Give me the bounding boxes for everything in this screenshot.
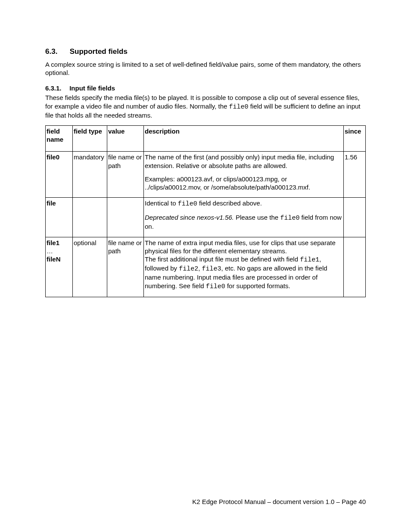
code-file0: file0	[206, 283, 225, 290]
cell-since	[344, 237, 366, 297]
th-since: since	[344, 125, 366, 151]
code-file0: file0	[178, 200, 197, 208]
subsection-number: 6.3.1.	[45, 84, 68, 92]
subsection-title: Input file fields	[69, 84, 115, 92]
th-type: field type	[73, 125, 107, 151]
table-row: file1 … fileN optional file name or path…	[46, 237, 366, 297]
table-row: file Identical to file0 field described …	[46, 198, 366, 237]
cell-desc: Identical to file0 field described above…	[144, 198, 344, 237]
cell-value: file name or path	[107, 237, 144, 297]
cell-field: file1 … fileN	[46, 237, 73, 297]
cell-type: mandatory	[73, 152, 107, 198]
subsection-heading: 6.3.1. Input file fields	[45, 84, 366, 92]
cell-desc: The name of extra input media files, use…	[144, 237, 344, 297]
code-file1: file1	[300, 256, 319, 264]
th-value: value	[107, 125, 144, 151]
document-page: 6.3. Supported fields A complex source s…	[0, 0, 411, 532]
page-footer: K2 Edge Protocol Manual – document versi…	[192, 498, 366, 505]
cell-value: file name or path	[107, 152, 144, 198]
code-file2: file2	[179, 265, 198, 273]
subsection-intro: These fields specify the media file(s) t…	[45, 93, 366, 119]
th-field: field name	[46, 125, 73, 151]
table-row: file0 mandatory file name or path The na…	[46, 152, 366, 198]
section-heading: 6.3. Supported fields	[45, 47, 366, 56]
th-desc: description	[144, 125, 344, 151]
cell-since	[344, 198, 366, 237]
table-header-row: field name field type value description …	[46, 125, 366, 151]
cell-field: file	[46, 198, 73, 237]
cell-since: 1.56	[344, 152, 366, 198]
cell-type: optional	[73, 237, 107, 297]
code-file0: file0	[280, 215, 299, 222]
section-title: Supported fields	[70, 47, 128, 56]
section-intro: A complex source string is limited to a …	[45, 60, 366, 77]
cell-field: file0	[46, 152, 73, 198]
code-file3: file3	[202, 265, 221, 273]
cell-desc: The name of the first (and possibly only…	[144, 152, 344, 198]
deprecated-note: Deprecated since nexos-v1.56.	[145, 214, 234, 221]
code-file0: file0	[229, 103, 249, 111]
fields-table: field name field type value description …	[45, 125, 366, 297]
cell-type	[73, 198, 107, 237]
section-number: 6.3.	[45, 47, 68, 56]
cell-value	[107, 198, 144, 237]
